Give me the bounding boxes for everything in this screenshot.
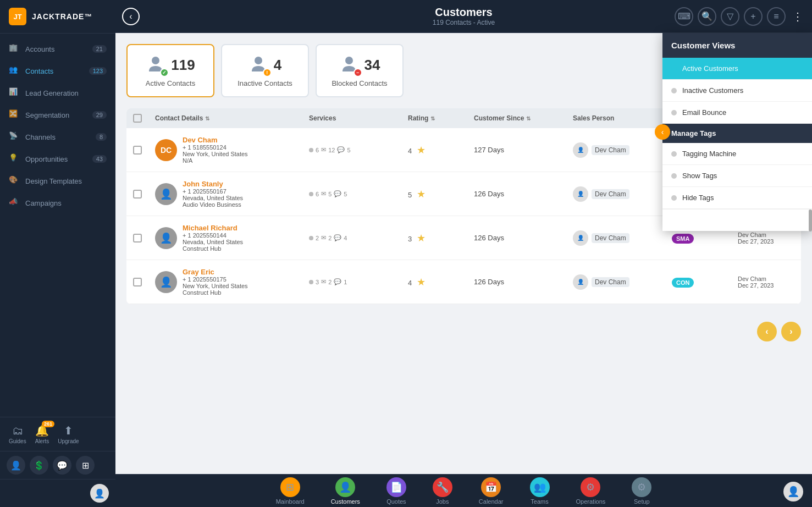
- add-icon[interactable]: +: [744, 7, 763, 26]
- contact-company-michael-richard: Construct Hub: [183, 245, 243, 252]
- sort-rating-icon[interactable]: ⇅: [430, 115, 435, 122]
- stat-card-blocked[interactable]: − 34 Blocked Contacts: [316, 44, 404, 97]
- row-checkbox-john-stanly[interactable]: [133, 190, 155, 199]
- sort-since-icon[interactable]: ⇅: [526, 115, 531, 122]
- stat-badge-inactive: !: [263, 68, 272, 77]
- bottom-nav-item-jobs[interactable]: 🔧 Jobs: [419, 475, 466, 507]
- tag-label-show-tags: Show Tags: [682, 172, 717, 180]
- row-checkbox-michael-richard[interactable]: [133, 234, 155, 243]
- col-services: Services: [309, 114, 408, 122]
- stat-badge-blocked: −: [353, 68, 362, 77]
- bottom-nav-label-customers: Customers: [331, 498, 360, 505]
- svc-email-icon-john-stanly: ✉: [321, 190, 326, 197]
- user-profile-avatar[interactable]: 👤: [783, 482, 803, 502]
- bottom-nav-item-teams[interactable]: 👥 Teams: [517, 475, 563, 507]
- chat-icon[interactable]: 💬: [53, 456, 71, 475]
- services-john-stanly: 6 ✉ 5 💬 5: [309, 190, 408, 197]
- manage-tags-header: Manage Tags: [662, 124, 812, 143]
- bottom-nav-item-mainboard[interactable]: ⊞ Mainboard: [263, 475, 318, 507]
- svc-chat-icon-gray-eric: 💬: [334, 278, 341, 285]
- contact-info-michael-richard: Michael Richard + 1 2025550144 Nevada, U…: [183, 224, 243, 252]
- sales-avatar-michael-richard: 👤: [573, 230, 588, 246]
- tag-item-show-tags[interactable]: Show Tags: [662, 165, 812, 187]
- svg-point-2: [345, 57, 353, 64]
- sales-name-gray-eric: Dev Cham: [592, 277, 629, 287]
- stat-number-inactive: 4: [274, 57, 281, 74]
- page-title: Customers: [433, 6, 495, 19]
- channels-icon: 📡: [9, 131, 20, 142]
- stat-top-inactive: ! 4: [248, 54, 281, 76]
- svg-point-1: [255, 57, 262, 64]
- tag-item-hide-tags[interactable]: Hide Tags: [662, 187, 812, 209]
- alerts-badge: 261: [42, 421, 54, 427]
- keyboard-icon[interactable]: ⌨: [675, 7, 693, 26]
- stat-icon-blocked: −: [339, 54, 359, 76]
- grid-icon[interactable]: ⊞: [76, 456, 95, 475]
- sidebar-item-accounts[interactable]: 🏢 Accounts 21: [0, 38, 115, 60]
- last-date-gray-eric: Dec 27, 2023: [738, 282, 801, 289]
- search-icon[interactable]: 🔍: [698, 7, 716, 26]
- sidebar-item-opportunities[interactable]: 💡 Opportunities 43: [0, 148, 115, 170]
- dollar-icon[interactable]: 💲: [30, 456, 48, 475]
- col-sales-person: Sales Person: [573, 114, 672, 122]
- stat-card-inactive[interactable]: ! 4 Inactive Contacts: [221, 44, 309, 97]
- alerts-label: Alerts: [35, 438, 49, 444]
- contact-name-john-stanly[interactable]: John Stanly: [183, 180, 243, 188]
- services-michael-richard: 2 ✉ 2 💬 4: [309, 234, 408, 241]
- guides-button[interactable]: 🗂 Guides: [9, 425, 26, 444]
- bottom-nav-icon-mainboard: ⊞: [280, 477, 300, 497]
- more-options-icon[interactable]: ⋮: [792, 10, 803, 23]
- bottom-nav-item-calendar[interactable]: 📅 Calendar: [466, 475, 517, 507]
- cv-item-inactive-customers[interactable]: Inactive Customers: [662, 80, 812, 102]
- bottom-nav-item-setup[interactable]: ⚙ Setup: [618, 475, 665, 507]
- contact-name-gray-eric[interactable]: Gray Eric: [183, 268, 248, 276]
- stat-card-active[interactable]: ✓ 119 Active Contacts: [126, 44, 214, 97]
- upgrade-button[interactable]: ⬆ Upgrade: [58, 424, 79, 444]
- list-icon[interactable]: ≡: [767, 7, 786, 26]
- bottom-nav: ⊞ Mainboard 👤 Customers 📄 Quotes 🔧 Jobs …: [115, 474, 812, 507]
- sidebar-item-lead-generation[interactable]: 📊 Lead Generation: [0, 82, 115, 104]
- contact-name-dev-cham[interactable]: Dev Cham: [183, 136, 248, 144]
- prev-page-button[interactable]: ‹: [757, 322, 777, 341]
- alerts-button[interactable]: 🔔 261 Alerts: [35, 424, 49, 444]
- contact-location-michael-richard: Nevada, United States: [183, 239, 243, 245]
- services-dev-cham: 6 ✉ 12 💬 5: [309, 146, 408, 153]
- sort-contact-icon[interactable]: ⇅: [205, 115, 209, 122]
- rating-john-stanly: 5 ★: [408, 188, 474, 200]
- contact-name-michael-richard[interactable]: Michael Richard: [183, 224, 243, 232]
- tag-item-tagging-machine[interactable]: Tagging Machine: [662, 143, 812, 165]
- sidebar-item-contacts[interactable]: 👥 Contacts 123: [0, 60, 115, 82]
- back-button[interactable]: ‹: [122, 8, 140, 25]
- bottom-nav-icon-setup: ⚙: [632, 477, 651, 497]
- sidebar-item-design-templates[interactable]: 🎨 Design Templates: [0, 170, 115, 192]
- row-checkbox-dev-cham[interactable]: [133, 146, 155, 155]
- sidebar-item-segmentation[interactable]: 🔀 Segmentation 29: [0, 104, 115, 126]
- row-checkbox-gray-eric[interactable]: [133, 278, 155, 286]
- select-all-checkbox[interactable]: [133, 114, 142, 123]
- svc-email-icon-gray-eric: ✉: [321, 278, 326, 285]
- sales-name-michael-richard: Dev Cham: [592, 233, 629, 243]
- filter-icon[interactable]: ▽: [721, 7, 739, 26]
- user-avatar[interactable]: 👤: [90, 484, 109, 503]
- cv-item-email-bounce[interactable]: Email Bounce: [662, 102, 812, 124]
- logo-text: JACKTRADE™: [32, 12, 92, 21]
- bottom-nav-item-operations[interactable]: ⚙ Operations: [563, 475, 619, 507]
- cv-item-active-customers[interactable]: Active Customers: [662, 58, 812, 80]
- bottom-nav-item-quotes[interactable]: 📄 Quotes: [373, 475, 419, 507]
- collapse-panel-button[interactable]: ‹: [655, 124, 670, 140]
- bottom-nav-item-customers[interactable]: 👤 Customers: [318, 475, 373, 507]
- scrollbar-track[interactable]: [809, 210, 812, 231]
- table-row-gray-eric[interactable]: 👤 Gray Eric + 1 2025550175 New York, Uni…: [126, 260, 801, 304]
- contact-cell-gray-eric: 👤 Gray Eric + 1 2025550175 New York, Uni…: [155, 268, 309, 296]
- sidebar-item-label: Opportunities: [25, 155, 68, 163]
- next-page-button[interactable]: ›: [781, 322, 801, 341]
- sidebar-item-channels[interactable]: 📡 Channels 8: [0, 126, 115, 148]
- scrollbar-thumb[interactable]: [809, 210, 812, 232]
- opportunities-icon: 💡: [9, 153, 20, 164]
- col-checkbox: [133, 114, 155, 123]
- user-icon[interactable]: 👤: [7, 456, 25, 475]
- sidebar-item-campaigns[interactable]: 📣 Campaigns: [0, 192, 115, 214]
- customer-since-gray-eric: 126 Days: [474, 278, 573, 286]
- sales-person-gray-eric: 👤 Dev Cham: [573, 274, 672, 290]
- bottom-nav-items: ⊞ Mainboard 👤 Customers 📄 Quotes 🔧 Jobs …: [263, 475, 665, 507]
